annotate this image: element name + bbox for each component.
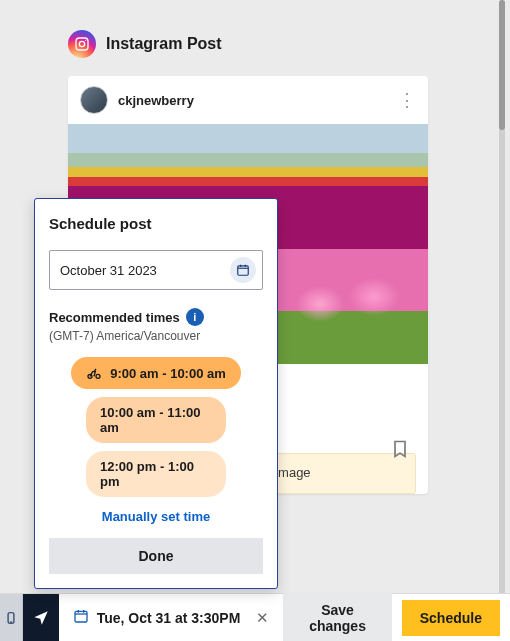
popover-title: Schedule post	[49, 215, 263, 232]
scrollbar-thumb[interactable]	[499, 0, 505, 130]
instagram-icon	[68, 30, 96, 58]
time-option-label: 12:00 pm - 1:00 pm	[100, 459, 212, 489]
schedule-button[interactable]: Schedule	[402, 600, 500, 636]
date-input[interactable]: October 31 2023	[49, 250, 263, 290]
manually-set-time-link[interactable]: Manually set time	[49, 509, 263, 524]
bookmark-icon[interactable]	[390, 438, 410, 464]
username: ckjnewberry	[118, 93, 194, 108]
recommended-time-option-1[interactable]: 10:00 am - 11:00 am	[86, 397, 226, 443]
svg-rect-11	[75, 611, 87, 622]
time-option-label: 9:00 am - 10:00 am	[110, 366, 226, 381]
timezone-label: (GMT-7) America/Vancouver	[49, 329, 263, 343]
send-now-button[interactable]	[23, 594, 59, 641]
recommended-time-option-0[interactable]: 9:00 am - 10:00 am	[71, 357, 241, 389]
scrollbar[interactable]	[499, 0, 505, 615]
recommended-time-option-2[interactable]: 12:00 pm - 1:00 pm	[86, 451, 226, 497]
recommended-times-label: Recommended times	[49, 310, 180, 325]
device-preview-button[interactable]	[0, 594, 23, 641]
scheduled-time-text[interactable]: Tue, Oct 31 at 3:30PM	[97, 610, 241, 626]
save-changes-button[interactable]: Save changes	[283, 592, 391, 642]
info-icon[interactable]: i	[186, 308, 204, 326]
calendar-icon[interactable]	[230, 257, 256, 283]
bottom-toolbar: Tue, Oct 31 at 3:30PM ✕ Save changes Sch…	[0, 593, 510, 641]
svg-rect-0	[76, 38, 88, 50]
schedule-popover: Schedule post October 31 2023 Recommende…	[34, 198, 278, 589]
date-value: October 31 2023	[60, 263, 157, 278]
svg-rect-3	[238, 266, 249, 275]
post-platform-title: Instagram Post	[106, 35, 222, 53]
svg-point-8	[96, 374, 100, 378]
peak-time-icon	[86, 365, 102, 381]
clear-schedule-icon[interactable]: ✕	[252, 605, 273, 631]
calendar-icon	[73, 608, 89, 628]
svg-point-2	[85, 40, 86, 41]
avatar	[80, 86, 108, 114]
time-option-label: 10:00 am - 11:00 am	[100, 405, 212, 435]
done-button[interactable]: Done	[49, 538, 263, 574]
svg-point-1	[79, 41, 84, 46]
